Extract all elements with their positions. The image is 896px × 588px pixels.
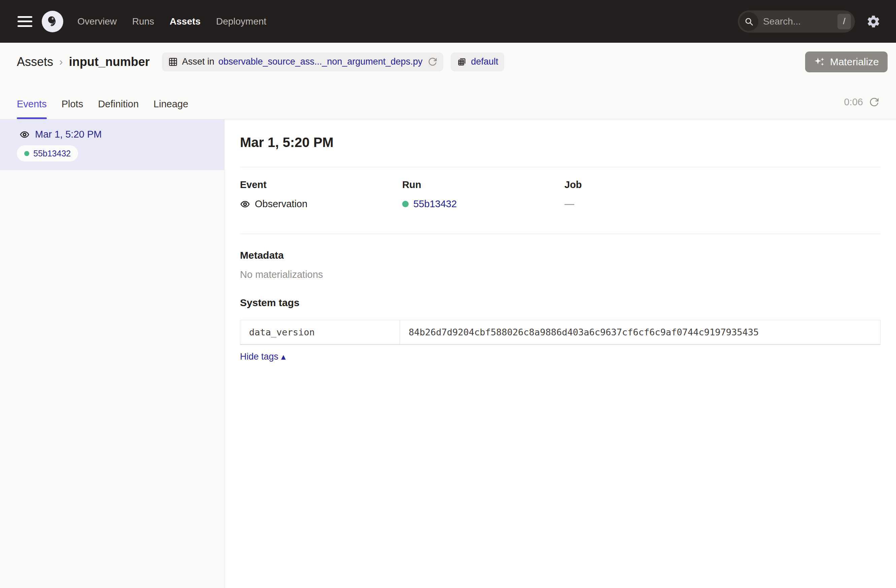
tag-key-cell: data_version bbox=[240, 320, 400, 344]
run-status-dot bbox=[24, 151, 29, 156]
event-list-sidebar: Mar 1, 5:20 PM 55b13432 bbox=[0, 119, 224, 588]
nav-item-overview[interactable]: Overview bbox=[78, 16, 117, 27]
asset-pill-prefix: Asset in bbox=[182, 56, 215, 67]
primary-nav: Overview Runs Assets Deployment bbox=[78, 16, 266, 27]
asset-group-icon bbox=[457, 57, 467, 67]
refresh-countdown: 0:06 bbox=[844, 97, 863, 108]
asset-definition-link[interactable]: observable_source_ass..._non_argument_de… bbox=[218, 56, 422, 67]
job-empty-value: — bbox=[564, 199, 574, 210]
event-list-item-selected[interactable]: Mar 1, 5:20 PM 55b13432 bbox=[0, 119, 224, 170]
event-column: Event Observation bbox=[240, 179, 402, 210]
job-column-label: Job bbox=[564, 179, 881, 190]
asset-grid-icon bbox=[168, 57, 178, 67]
nav-item-deployment[interactable]: Deployment bbox=[216, 16, 266, 27]
run-id-label: 55b13432 bbox=[34, 149, 71, 158]
divider bbox=[240, 234, 881, 234]
hide-tags-label: Hide tags bbox=[240, 351, 278, 362]
tab-definition[interactable]: Definition bbox=[98, 99, 139, 119]
search-shortcut-key: / bbox=[837, 14, 851, 29]
job-column: Job — bbox=[564, 179, 881, 210]
run-id-link[interactable]: 55b13432 bbox=[413, 199, 457, 210]
top-nav: Overview Runs Assets Deployment / bbox=[0, 0, 896, 43]
hide-tags-toggle[interactable]: Hide tags ▲ bbox=[240, 351, 286, 362]
sparkles-icon bbox=[814, 56, 825, 68]
tag-value-cell: 84b26d7d9204cbf588026c8a9886d403a6c9637c… bbox=[400, 320, 880, 344]
system-tags-heading: System tags bbox=[240, 297, 881, 308]
search-input[interactable] bbox=[763, 16, 837, 27]
dagster-logo-icon[interactable] bbox=[42, 11, 63, 32]
asset-definition-pill[interactable]: Asset in observable_source_ass..._non_ar… bbox=[162, 52, 443, 71]
reload-definition-icon[interactable] bbox=[428, 57, 437, 67]
breadcrumb: Assets › input_number Asset in observabl… bbox=[0, 43, 896, 81]
asset-group-pill[interactable]: default bbox=[451, 52, 504, 71]
page-title: input_number bbox=[69, 55, 150, 69]
metadata-empty-text: No materializations bbox=[240, 269, 881, 280]
menu-icon[interactable] bbox=[17, 16, 32, 27]
asset-tabs: Events Plots Definition Lineage 0:06 bbox=[0, 81, 896, 119]
search-icon bbox=[739, 12, 758, 31]
observation-eye-icon bbox=[240, 199, 250, 209]
observation-eye-icon bbox=[20, 129, 30, 140]
tab-plots[interactable]: Plots bbox=[62, 99, 83, 119]
run-id-badge[interactable]: 55b13432 bbox=[17, 145, 78, 161]
run-column-label: Run bbox=[402, 179, 564, 190]
caret-up-icon: ▲ bbox=[281, 353, 286, 360]
chevron-right-icon: › bbox=[59, 56, 63, 68]
system-tags-table: data_version 84b26d7d9204cbf588026c8a988… bbox=[240, 320, 881, 345]
materialize-button[interactable]: Materialize bbox=[805, 52, 888, 72]
materialize-button-label: Materialize bbox=[830, 56, 879, 68]
nav-item-runs[interactable]: Runs bbox=[132, 16, 154, 27]
metadata-heading: Metadata bbox=[240, 249, 881, 261]
event-timestamp: Mar 1, 5:20 PM bbox=[35, 129, 102, 140]
event-detail-panel: Mar 1, 5:20 PM Event Observation Run bbox=[224, 119, 896, 588]
run-status-dot bbox=[402, 201, 408, 207]
refresh-icon[interactable] bbox=[869, 97, 879, 107]
search-box[interactable]: / bbox=[738, 11, 855, 33]
asset-group-link[interactable]: default bbox=[471, 56, 498, 67]
asset-header: Assets › input_number Asset in observabl… bbox=[0, 43, 896, 119]
tab-lineage[interactable]: Lineage bbox=[154, 99, 188, 119]
event-column-label: Event bbox=[240, 179, 402, 190]
event-type-value: Observation bbox=[255, 199, 307, 210]
settings-gear-icon[interactable] bbox=[866, 14, 881, 29]
run-column: Run 55b13432 bbox=[402, 179, 564, 210]
tab-events[interactable]: Events bbox=[17, 99, 47, 119]
nav-item-assets[interactable]: Assets bbox=[170, 16, 201, 27]
breadcrumb-assets-link[interactable]: Assets bbox=[17, 55, 53, 69]
event-detail-title: Mar 1, 5:20 PM bbox=[240, 135, 881, 150]
